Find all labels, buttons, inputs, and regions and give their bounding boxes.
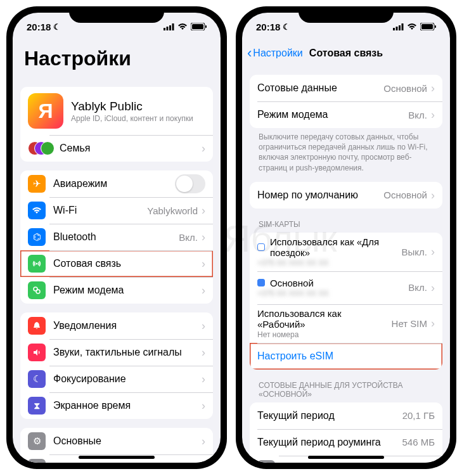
sim-indicator-icon [257,279,265,286]
current-period-value: 20,1 ГБ [402,410,435,421]
cellular-data-header: СОТОВЫЕ ДАННЫЕ ДЛЯ УСТРОЙСТВА «ОСНОВНОЙ» [250,370,442,401]
hotspot-value: Вкл. [408,110,427,120]
notch [299,6,394,23]
sim-work-label: Использовался как «Рабочий» [257,308,392,330]
roaming-period-row[interactable]: Текущий период роуминга 546 МБ [250,429,442,456]
setup-esim-row[interactable]: Настроить eSIM [250,343,442,370]
sim-travel-row[interactable]: Использовался как «Для поездок» +375 XX … [250,233,442,271]
back-button[interactable]: ‹ Настройки [247,46,303,60]
cellular-footer: Выключите передачу сотовых данных, чтобы… [250,128,442,173]
hotspot-row[interactable]: Режим модема › [20,277,213,304]
back-label: Настройки [253,48,302,59]
airplane-switch[interactable] [175,174,205,193]
cellular-row[interactable]: Сотовая связь › [20,250,213,277]
wifi-label: Wi-Fi [53,205,147,216]
roaming-period-label: Текущий период роуминга [257,437,402,448]
bluetooth-label: Bluetooth [53,231,179,243]
sim-travel-number: +375 XX XXX XX XX [257,259,402,267]
svg-rect-15 [396,27,398,30]
general-label: Основные [53,435,198,447]
wifi-icon [407,22,417,32]
screentime-row[interactable]: ⧗ Экранное время › [20,392,213,419]
family-label: Семья [60,143,198,154]
screentime-icon: ⧗ [28,397,46,415]
cellular-signal-icon [164,22,174,32]
notifications-row[interactable]: Уведомления › [20,312,213,339]
family-row[interactable]: Семья › [20,135,213,162]
bluetooth-value: Вкл. [179,232,198,243]
sim-indicator-icon [257,243,265,251]
chevron-right-icon: › [431,318,435,329]
chevron-right-icon: › [202,143,205,154]
cellular-signal-icon [393,22,404,32]
chevron-right-icon: › [431,82,435,94]
chevron-right-icon: › [202,205,205,216]
current-period-label: Текущий период [257,410,402,421]
sim-work-row[interactable]: Использовался как «Рабочий» Нет номера Н… [250,304,442,343]
chevron-right-icon: › [202,462,205,463]
battery-icon [191,22,207,32]
deleted-apps-icon [257,460,275,463]
airplane-icon: ✈ [28,175,46,193]
sound-label: Звуки, тактильные сигналы [53,347,198,358]
svg-point-9 [36,290,40,293]
screentime-label: Экранное время [53,400,198,411]
family-avatars-icon [28,139,53,157]
sim-work-number: Нет номера [257,330,392,339]
default-number-value: Основной [383,190,427,200]
nav-bar: ‹ Настройки Сотовая связь [242,41,450,66]
chevron-right-icon: › [431,282,435,293]
chevron-right-icon: › [202,285,205,296]
notch [69,6,164,23]
home-indicator[interactable] [308,456,384,459]
status-time: 20:18 [27,22,51,32]
wifi-value: Yablykworld [147,205,198,216]
hotspot-label: Режим модема [53,285,198,296]
chevron-right-icon: › [431,190,435,201]
svg-rect-5 [192,24,203,29]
bluetooth-row[interactable]: ⌬ Bluetooth Вкл. › [20,224,213,250]
sim-primary-label: Основной [270,278,314,288]
apple-id-row[interactable]: Я Yablyk Public Apple ID, iCloud, контен… [20,87,213,135]
wifi-row[interactable]: Wi-Fi Yablykworld › [20,197,213,224]
chevron-right-icon: › [202,435,205,447]
notifications-label: Уведомления [53,320,198,331]
page-title: Настройки [13,41,221,78]
sim-primary-row[interactable]: Основной +375 XX XXX XX XX Вкл. › [250,271,442,304]
sim-travel-label: Использовался как «Для поездок» [270,236,402,258]
svg-rect-14 [393,28,395,30]
default-number-row[interactable]: Номер по умолчанию Основной › [250,182,442,209]
cellular-data-row[interactable]: Сотовые данные Основной › [250,75,442,101]
hotspot-row[interactable]: Режим модема Вкл. › [250,101,442,128]
wifi-settings-icon [28,202,46,219]
current-period-row[interactable]: Текущий период 20,1 ГБ [250,402,442,429]
focus-row[interactable]: ☾ Фокусирование › [20,366,213,392]
chevron-right-icon: › [202,320,205,331]
airplane-label: Авиарежим [53,178,175,190]
hotspot-label: Режим модема [257,109,408,120]
gear-icon: ⚙ [28,432,46,450]
sim-work-value: Нет SIM [392,318,427,329]
svg-point-7 [36,263,38,265]
dnd-moon-icon: ☾ [283,22,290,32]
apple-id-name: Yablyk Public [71,100,205,113]
chevron-right-icon: › [431,109,435,120]
sim-primary-number: +375 XX XXX XX XX [257,289,408,298]
chevron-right-icon: › [202,347,205,358]
setup-esim-label: Настроить eSIM [257,351,435,362]
focus-icon: ☾ [28,370,46,388]
bluetooth-icon: ⌬ [28,228,46,246]
sim-primary-value: Вкл. [408,282,427,293]
svg-rect-2 [169,25,171,30]
sound-row[interactable]: Звуки, тактильные сигналы › [20,339,213,366]
airplane-row[interactable]: ✈ Авиарежим [20,170,213,197]
home-indicator[interactable] [79,456,155,459]
roaming-period-value: 546 МБ [402,437,435,447]
general-row[interactable]: ⚙ Основные › [20,428,213,454]
chevron-right-icon: › [202,373,205,385]
control-center-label: Пункт управления [53,462,198,463]
default-number-group: Номер по умолчанию Основной › [250,182,442,209]
chevron-right-icon: › [431,246,435,257]
status-time: 20:18 [256,22,280,32]
cellular-icon [28,255,46,273]
